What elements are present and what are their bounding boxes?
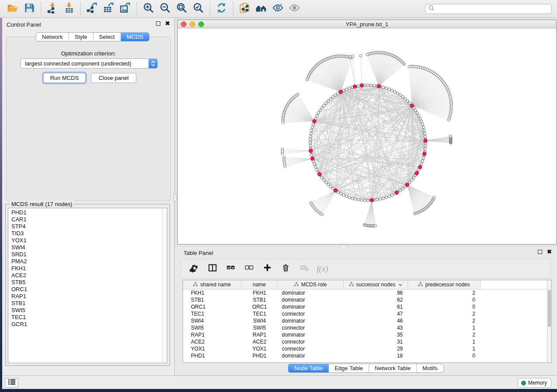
table-row[interactable]: SWI5SWI5connector431: [183, 324, 551, 331]
open-folder-icon: [7, 2, 18, 15]
deselect-all-button[interactable]: [241, 261, 257, 276]
list-item[interactable]: YOX1: [11, 237, 167, 244]
export-network-button[interactable]: [84, 2, 100, 16]
table-scrollbar[interactable]: [547, 280, 551, 362]
cell-mcds-role: connector: [277, 310, 344, 317]
float-panel-icon[interactable]: [156, 21, 160, 26]
list-item[interactable]: SWI4: [11, 244, 167, 251]
delete-button[interactable]: [277, 261, 294, 276]
import-network-button[interactable]: [44, 2, 61, 16]
vertical-splitter-handle[interactable]: [173, 194, 176, 201]
open-folder-button[interactable]: [4, 2, 21, 16]
table-row[interactable]: PHD1PHD1dominator180: [183, 352, 551, 359]
toolbar-separator: [41, 2, 41, 15]
list-item[interactable]: STP4: [11, 223, 167, 230]
zoom-fit-button[interactable]: [173, 2, 190, 16]
list-item[interactable]: CAR1: [11, 216, 167, 223]
run-mcds-button[interactable]: Run MCDS: [43, 73, 86, 83]
cell-name: RAP1: [242, 331, 277, 338]
column-header-mcds-role[interactable]: MCDS role: [277, 280, 344, 289]
list-item[interactable]: STB1: [11, 300, 167, 307]
close-panel-icon[interactable]: ✖: [165, 21, 170, 26]
column-header-predecessor-nodes[interactable]: predecessor nodes: [408, 280, 481, 289]
list-item[interactable]: GCR1: [11, 321, 167, 328]
table-row[interactable]: RAP1RAP1dominator352: [183, 331, 551, 338]
table-row[interactable]: ORC1ORC1dominator610: [183, 303, 551, 310]
criterion-dropdown[interactable]: largest connected component (undirected): [21, 58, 158, 69]
delete-icon: [281, 263, 291, 274]
column-label: MCDS role: [301, 282, 327, 288]
search-box[interactable]: [425, 4, 552, 14]
add-button[interactable]: [259, 261, 276, 276]
tab-network-table[interactable]: Network Table: [369, 364, 416, 372]
export-image-button[interactable]: [117, 2, 134, 16]
zoom-in-button[interactable]: [140, 2, 157, 16]
list-item[interactable]: RAP1: [11, 293, 167, 300]
tab-style[interactable]: Style: [69, 33, 93, 41]
list-item[interactable]: PHD1: [11, 209, 167, 216]
zoom-in-icon: [143, 2, 154, 15]
cell-successor-nodes: 29: [344, 345, 408, 352]
function-icon: f(x): [317, 264, 328, 274]
table-scrollbar-thumb[interactable]: [548, 290, 551, 327]
list-item[interactable]: TID3: [11, 230, 167, 237]
search-input[interactable]: [435, 5, 551, 13]
export-table-button[interactable]: [100, 2, 117, 16]
network-canvas[interactable]: [178, 28, 556, 244]
select-all-icon: [226, 263, 235, 274]
list-item[interactable]: SWI5: [11, 307, 167, 314]
show-graphics-button[interactable]: [286, 2, 303, 16]
mcds-options-box: Optimization criterion: largest connecte…: [6, 37, 171, 201]
memory-label: Memory: [528, 380, 547, 386]
cell-shared-name: SWI5: [183, 324, 242, 331]
cell-predecessor-nodes: 1: [408, 324, 481, 331]
hide-graphics-button[interactable]: [270, 2, 286, 16]
float-table-panel-icon[interactable]: [538, 250, 542, 254]
task-history-button[interactable]: [5, 378, 18, 388]
zoom-selected-button[interactable]: [190, 2, 207, 16]
table-toolbar: f(x): [181, 259, 550, 279]
refresh-icon: [216, 2, 227, 15]
tab-node-table[interactable]: Node Table: [288, 364, 329, 372]
column-header-successor-nodes[interactable]: successor nodes: [344, 280, 408, 289]
tab-mcds[interactable]: MCDS: [121, 33, 149, 41]
list-item[interactable]: FKH1: [11, 265, 167, 272]
memory-button[interactable]: Memory: [518, 378, 551, 388]
houses-button[interactable]: [253, 2, 270, 16]
column-header-name[interactable]: name: [242, 280, 277, 289]
tab-network[interactable]: Network: [36, 33, 69, 41]
list-item[interactable]: STB5: [11, 279, 167, 286]
clone-network-button[interactable]: [236, 2, 253, 16]
cell-successor-nodes: 43: [344, 324, 408, 331]
close-panel-button[interactable]: Close panel: [91, 73, 136, 83]
column-header-shared-name[interactable]: shared name: [183, 280, 242, 289]
table-row[interactable]: ACE2ACE2connector311: [183, 338, 551, 345]
list-item[interactable]: ACE2: [11, 272, 167, 279]
control-panel-title: Control Panel: [7, 21, 41, 28]
zoom-out-button[interactable]: [157, 2, 173, 16]
list-scrollbar[interactable]: [162, 208, 167, 363]
list-item[interactable]: SRD1: [11, 251, 167, 258]
table-panel: Table Panel ✖ f(x) shared namenameMCDS r…: [175, 247, 557, 375]
node-table: shared namenameMCDS rolesuccessor nodesp…: [183, 280, 552, 363]
import-table-button[interactable]: [61, 2, 77, 16]
close-table-panel-icon[interactable]: ✖: [547, 250, 552, 254]
columns-button[interactable]: [204, 261, 221, 276]
list-item[interactable]: TEC1: [11, 314, 167, 321]
list-item[interactable]: PMA2: [11, 258, 167, 265]
refresh-button[interactable]: [213, 2, 230, 16]
table-row[interactable]: FKH1FKH1dominator962: [183, 289, 551, 296]
table-panel-title: Table Panel: [183, 250, 213, 256]
table-row[interactable]: STB1STB1dominator620: [183, 296, 551, 303]
table-row[interactable]: SWI4SWI4dominator462: [183, 317, 551, 324]
table-row[interactable]: YOX1YOX1connector291: [183, 345, 551, 352]
list-item[interactable]: ORC1: [11, 286, 167, 293]
tab-motifs[interactable]: Motifs: [416, 364, 443, 372]
select-all-button[interactable]: [222, 261, 239, 276]
save-button[interactable]: [21, 2, 38, 16]
gear-button[interactable]: [186, 261, 202, 276]
tab-select[interactable]: Select: [93, 33, 121, 41]
tab-edge-table[interactable]: Edge Table: [329, 364, 369, 372]
mcds-result-list[interactable]: PHD1CAR1STP4TID3YOX1SWI4SRD1PMA2FKH1ACE2…: [8, 208, 167, 363]
table-row[interactable]: TEC1TEC1connector472: [183, 310, 551, 317]
